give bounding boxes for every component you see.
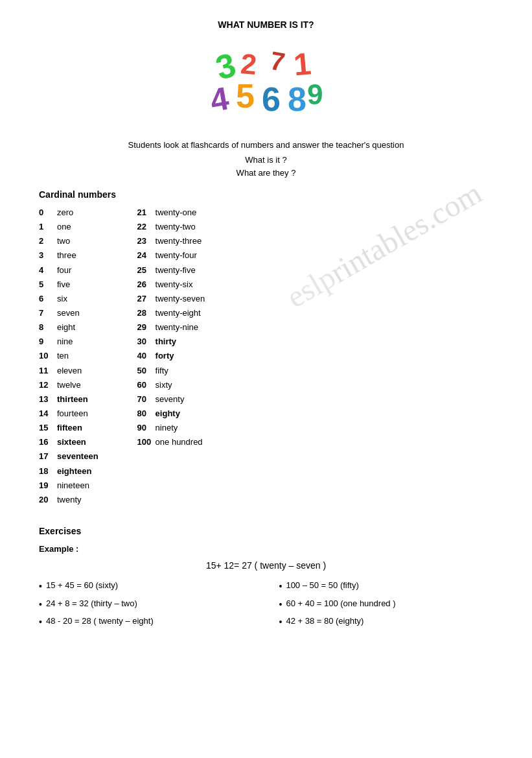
number-digit: 20 xyxy=(39,493,57,506)
number-row: 11eleven xyxy=(39,364,98,377)
number-word: twenty-one xyxy=(156,206,197,219)
number-row: 4four xyxy=(39,264,98,277)
number-digit: 15 xyxy=(39,421,57,434)
number-row: 25twenty-five xyxy=(137,264,205,277)
number-word: nineteen xyxy=(57,479,89,492)
number-word: eleven xyxy=(57,364,82,377)
image-container: 3 2 7 1 4 5 6 8 9 xyxy=(39,43,493,127)
exercise-text: 48 - 20 = 28 ( twenty – eight) xyxy=(46,616,154,626)
number-word: twenty-nine xyxy=(156,321,198,334)
number-digit: 30 xyxy=(137,335,156,348)
number-row: 17seventeen xyxy=(39,450,98,463)
number-digit: 10 xyxy=(39,349,57,362)
number-word: ninety xyxy=(156,421,178,434)
exercises-right-col: •100 – 50 = 50 (fifty)•60 + 40 = 100 (on… xyxy=(279,580,494,634)
number-word: twenty-five xyxy=(156,264,196,277)
number-word: eighty xyxy=(156,407,180,420)
exercise-item: •60 + 40 = 100 (one hundred ) xyxy=(279,598,494,611)
number-row: 13thirteen xyxy=(39,393,98,406)
number-digit: 28 xyxy=(137,307,156,320)
number-word: six xyxy=(57,292,67,305)
number-row: 24twenty-four xyxy=(137,249,205,262)
number-word: forty xyxy=(156,349,174,362)
number-row: 28twenty-eight xyxy=(137,307,205,320)
number-row: 16sixteen xyxy=(39,436,98,449)
number-row: 80eighty xyxy=(137,407,205,420)
number-digit: 70 xyxy=(137,393,156,406)
number-word: twenty-seven xyxy=(156,292,205,305)
number-word: fifty xyxy=(156,364,168,377)
number-row: 7seven xyxy=(39,307,98,320)
number-word: one xyxy=(57,220,71,233)
svg-text:2: 2 xyxy=(239,47,258,80)
number-digit: 4 xyxy=(39,264,57,277)
number-digit: 60 xyxy=(137,379,156,392)
number-word: twenty-three xyxy=(156,235,202,248)
number-digit: 21 xyxy=(137,206,156,219)
number-row: 18eighteen xyxy=(39,465,98,478)
number-digit: 3 xyxy=(39,249,57,262)
number-word: twelve xyxy=(57,379,81,392)
number-digit: 29 xyxy=(137,321,156,334)
svg-text:5: 5 xyxy=(236,77,255,115)
number-digit: 0 xyxy=(39,206,57,219)
svg-text:6: 6 xyxy=(262,80,281,118)
number-word: seventy xyxy=(156,393,185,406)
number-row: 20twenty xyxy=(39,493,98,506)
number-word: fourteen xyxy=(57,407,88,420)
number-digit: 90 xyxy=(137,421,156,434)
number-word: seventeen xyxy=(57,450,98,463)
number-word: one hundred xyxy=(156,436,203,449)
question1: What is it ? xyxy=(39,155,493,165)
svg-text:8: 8 xyxy=(288,80,306,118)
numbers-graphic: 3 2 7 1 4 5 6 8 9 xyxy=(205,43,328,127)
number-word: eight xyxy=(57,321,75,334)
number-row: 22twenty-two xyxy=(137,220,205,233)
number-word: five xyxy=(57,278,70,291)
exercise-text: 15 + 45 = 60 (sixty) xyxy=(46,580,118,590)
bullet: • xyxy=(39,616,42,629)
number-digit: 7 xyxy=(39,307,57,320)
exercises-section: Exercises Example : 15+ 12= 27 ( twenty … xyxy=(39,526,493,634)
exercise-item: •100 – 50 = 50 (fifty) xyxy=(279,580,494,593)
number-row: 14fourteen xyxy=(39,407,98,420)
exercise-text: 100 – 50 = 50 (fifty) xyxy=(286,580,358,590)
number-word: seven xyxy=(57,307,80,320)
number-digit: 25 xyxy=(137,264,156,277)
number-digit: 17 xyxy=(39,450,57,463)
bullet: • xyxy=(279,580,283,593)
number-digit: 6 xyxy=(39,292,57,305)
cardinal-title: Cardinal numbers xyxy=(39,189,493,200)
number-row: 5five xyxy=(39,278,98,291)
number-word: ten xyxy=(57,349,69,362)
number-row: 15fifteen xyxy=(39,421,98,434)
number-word: four xyxy=(57,264,71,277)
exercise-item: •24 + 8 = 32 (thirty – two) xyxy=(39,598,253,611)
number-word: twenty-eight xyxy=(156,307,201,320)
number-digit: 27 xyxy=(137,292,156,305)
number-row: 70seventy xyxy=(137,393,205,406)
number-word: twenty-two xyxy=(156,220,196,233)
number-word: twenty xyxy=(57,493,82,506)
number-row: 23twenty-three xyxy=(137,235,205,248)
example-equation: 15+ 12= 27 ( twenty – seven ) xyxy=(39,560,493,571)
exercise-text: 24 + 8 = 32 (thirty – two) xyxy=(46,598,137,608)
number-digit: 100 xyxy=(137,436,156,449)
svg-text:1: 1 xyxy=(292,46,312,82)
exercise-text: 60 + 40 = 100 (one hundred ) xyxy=(286,598,395,608)
number-row: 100one hundred xyxy=(137,436,205,449)
page-title: WHAT NUMBER IS IT? xyxy=(39,19,493,30)
bullet: • xyxy=(39,598,42,611)
exercise-item: •48 - 20 = 28 ( twenty – eight) xyxy=(39,616,253,629)
bullet: • xyxy=(39,580,42,593)
description: Students look at flashcards of numbers a… xyxy=(39,140,493,150)
number-row: 90ninety xyxy=(137,421,205,434)
bullet: • xyxy=(279,616,283,629)
number-word: sixteen xyxy=(57,436,86,449)
number-digit: 50 xyxy=(137,364,156,377)
number-digit: 80 xyxy=(137,407,156,420)
example-label: Example : xyxy=(39,544,493,554)
svg-text:9: 9 xyxy=(307,78,323,110)
number-row: 12twelve xyxy=(39,379,98,392)
number-word: twenty-six xyxy=(156,278,193,291)
